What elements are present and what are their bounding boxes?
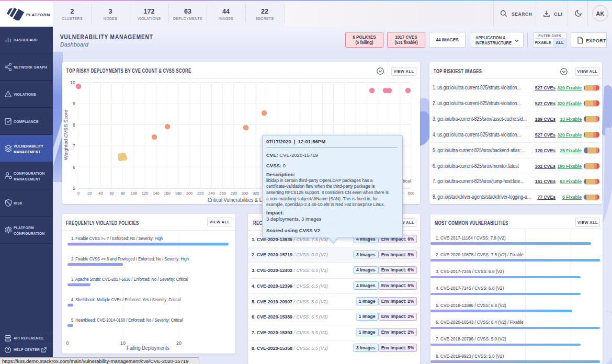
svg-text:180: 180 <box>175 191 182 196</box>
svg-text:3. Apache Struts: CVE-2017-563: 3. Apache Struts: CVE-2017-5638 / Enforc… <box>71 276 188 282</box>
svg-text:300: 300 <box>242 191 248 196</box>
svg-text:2. Fixable CVSS >= 6 and Privi: 2. Fixable CVSS >= 6 and Privileged / En… <box>71 256 189 261</box>
svg-text:7: 7 <box>73 143 75 149</box>
svg-text:80: 80 <box>121 191 125 196</box>
svg-text:Weighted CVSS Score: Weighted CVSS Score <box>63 110 69 160</box>
svg-text:0: 0 <box>77 191 80 196</box>
svg-text:4. Shellshock: Multiple CVEs /: 4. Shellshock: Multiple CVEs / Enforced:… <box>71 297 180 302</box>
svg-text:320: 320 <box>253 191 259 196</box>
svg-text:8: 8 <box>73 122 75 128</box>
svg-text:260: 260 <box>219 191 226 196</box>
svg-text:20: 20 <box>87 191 92 196</box>
svg-text:10: 10 <box>120 340 126 346</box>
svg-text:280: 280 <box>231 191 237 196</box>
svg-text:9: 9 <box>73 101 75 106</box>
svg-text:Failing Deployments: Failing Deployments <box>127 345 169 351</box>
svg-text:60: 60 <box>109 191 114 196</box>
svg-text:100: 100 <box>131 191 138 196</box>
svg-text:1. Fixable CVSS >= 7 / Enforce: 1. Fixable CVSS >= 7 / Enforced: No / Se… <box>71 235 163 241</box>
svg-text:5: 5 <box>73 186 75 191</box>
svg-text:6: 6 <box>73 165 75 170</box>
svg-text:140: 140 <box>153 191 160 196</box>
svg-text:120: 120 <box>142 191 149 196</box>
svg-text:20: 20 <box>176 340 182 346</box>
svg-text:200: 200 <box>186 191 193 196</box>
svg-text:10: 10 <box>70 80 75 85</box>
svg-text:240: 240 <box>208 191 215 196</box>
svg-text:220: 220 <box>197 191 204 196</box>
svg-text:40: 40 <box>98 191 103 196</box>
svg-text:600: 600 <box>408 191 415 196</box>
svg-text:160: 160 <box>164 191 171 196</box>
svg-text:0: 0 <box>66 340 69 346</box>
svg-text:5. Heartbleed: CVE-2014-0160 /: 5. Heartbleed: CVE-2014-0160 / Enforced:… <box>71 317 183 323</box>
